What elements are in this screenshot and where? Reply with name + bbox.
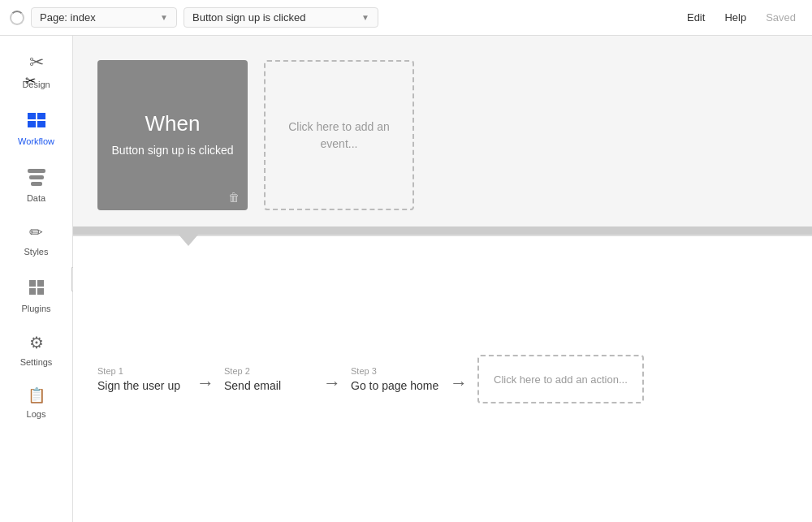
- edit-button[interactable]: Edit: [680, 8, 711, 27]
- step-2[interactable]: Step 2 Send email: [224, 366, 313, 392]
- delete-trigger-icon[interactable]: 🗑: [228, 191, 240, 204]
- add-action-text: Click here to add an action...: [494, 373, 628, 386]
- loading-spinner: [10, 11, 24, 25]
- steps-area: Step 1 Sign the user up → Step 2 Send em…: [73, 235, 812, 522]
- svg-rect-0: [29, 280, 36, 287]
- help-button[interactable]: Help: [718, 8, 753, 27]
- sidebar-label-data: Data: [27, 193, 45, 203]
- logs-icon: 📋: [28, 386, 45, 404]
- event-selector-chevron: ▼: [361, 13, 369, 22]
- arrow-3: →: [450, 373, 468, 394]
- step-3-number: Step 3: [351, 366, 440, 376]
- step-1-name: Sign the user up: [97, 379, 187, 392]
- add-event-text: Click here to add an event...: [266, 102, 412, 169]
- plugins-icon: [25, 276, 48, 299]
- styles-icon: ✏: [29, 222, 43, 242]
- sidebar-label-plugins: Plugins: [21, 304, 50, 313]
- page-selector-chevron: ▼: [160, 13, 168, 22]
- data-icon: [25, 166, 48, 188]
- section-divider: [73, 226, 812, 235]
- arrow-2: →: [323, 373, 341, 394]
- sidebar-label-logs: Logs: [27, 409, 46, 419]
- step-3-name: Go to page home: [351, 379, 440, 392]
- when-description: Button sign up is clicked: [111, 143, 233, 159]
- sidebar-item-plugins[interactable]: Plugins: [5, 268, 68, 321]
- sidebar-label-workflow: Workflow: [18, 136, 54, 146]
- svg-rect-1: [37, 280, 44, 287]
- sidebar-item-data[interactable]: Data: [5, 157, 68, 211]
- step-3[interactable]: Step 3 Go to page home: [351, 366, 440, 392]
- event-selector-label: Button sign up is clicked: [192, 11, 356, 24]
- sidebar: ✂ Design Workflow Data: [0, 36, 73, 522]
- svg-rect-2: [29, 288, 36, 295]
- event-selector[interactable]: Button sign up is clicked ▼: [184, 7, 378, 28]
- sidebar-item-design[interactable]: ✂ Design: [5, 44, 68, 97]
- step-2-number: Step 2: [224, 366, 313, 376]
- sidebar-item-settings[interactable]: ⚙ Settings: [5, 325, 68, 375]
- design-icon: ✂: [25, 52, 48, 75]
- step-1[interactable]: Step 1 Sign the user up: [97, 366, 187, 392]
- sidebar-label-settings: Settings: [20, 357, 53, 367]
- step-1-number: Step 1: [97, 366, 187, 376]
- settings-icon: ⚙: [29, 333, 44, 352]
- arrow-1: →: [197, 373, 214, 394]
- saved-status: Saved: [759, 8, 802, 27]
- sidebar-label-styles: Styles: [24, 247, 49, 257]
- sidebar-item-logs[interactable]: 📋 Logs: [5, 378, 68, 427]
- top-bar: Page: index ▼ Button sign up is clicked …: [0, 0, 812, 36]
- add-event-block[interactable]: Click here to add an event...: [264, 60, 414, 210]
- main-layout: ✂ Design Workflow Data: [0, 36, 812, 522]
- sidebar-item-workflow[interactable]: Workflow: [5, 101, 68, 154]
- page-selector[interactable]: Page: index ▼: [31, 7, 177, 28]
- add-action-block[interactable]: Click here to add an action...: [477, 355, 644, 403]
- content-area: When Button sign up is clicked 🗑 Click h…: [73, 36, 812, 522]
- step-2-name: Send email: [224, 379, 313, 392]
- when-block[interactable]: When Button sign up is clicked 🗑: [97, 60, 248, 210]
- svg-rect-3: [37, 288, 44, 295]
- page-selector-label: Page: index: [40, 11, 155, 24]
- sidebar-item-styles[interactable]: ✏ Styles: [5, 214, 68, 265]
- when-title: When: [145, 111, 201, 136]
- divider-triangle: [179, 235, 198, 246]
- workflow-icon: [25, 109, 48, 132]
- trigger-area: When Button sign up is clicked 🗑 Click h…: [73, 36, 812, 226]
